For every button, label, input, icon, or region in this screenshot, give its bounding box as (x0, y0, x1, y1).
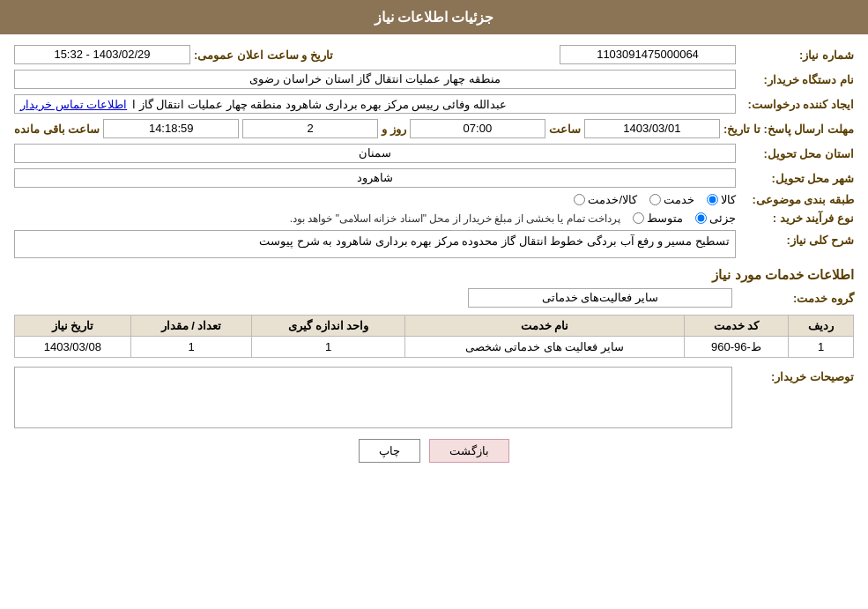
radio-kala-khedmat-item[interactable]: کالا/خدمت (574, 193, 637, 206)
dastgah-value: منطقه چهار عملیات انتقال گاز استان خراسا… (14, 70, 736, 89)
row-shomara: شماره نیاز: 1103091475000064 تاریخ و ساع… (14, 45, 854, 64)
radio-khedmat-input[interactable] (649, 194, 661, 205)
page-title: جزئیات اطلاعات نیاز (375, 10, 494, 25)
cell-tedad: 1 (130, 337, 252, 358)
row-sharh: شرح کلی نیاز: تسطیح مسیر و رفع آب بردگی … (14, 230, 854, 258)
table-head: ردیف کد خدمت نام خدمت واحد اندازه گیری ت… (15, 316, 854, 337)
ejad-value-box: عبدالله وفائی رییس مرکز بهره برداری شاهر… (14, 94, 736, 114)
dastgah-label: نام دستگاه خریدار: (739, 73, 854, 86)
ejad-link[interactable]: اطلاعات تماس خریدار (20, 98, 127, 111)
baqi-label: ساعت باقی مانده (14, 123, 100, 136)
table-body: 1 ط-96-960 سایر فعالیت های خدماتی شخصی 1… (15, 337, 854, 358)
farayand-radio-group: پرداخت تمام یا بخشی از مبلغ خریدار از مح… (290, 212, 736, 225)
baqi-value: 14:18:59 (103, 119, 239, 138)
radio-kala-label: کالا (721, 193, 736, 206)
saat-value: 07:00 (410, 119, 545, 138)
radio-khedmat-item[interactable]: خدمت (649, 193, 694, 206)
sharh-label: شرح کلی نیاز: (739, 234, 854, 247)
cell-name: سایر فعالیت های خدماتی شخصی (405, 337, 685, 358)
content-area: شماره نیاز: 1103091475000064 تاریخ و ساع… (0, 34, 868, 482)
col-tedad: تعداد / مقدار (130, 316, 252, 337)
grooh-label: گروه خدمت: (739, 292, 854, 305)
ostan-label: استان محل تحویل: (739, 147, 854, 160)
row-ejad: ایجاد کننده درخواست: عبدالله وفائی رییس … (14, 94, 854, 114)
shahr-label: شهر محل تحویل: (739, 172, 854, 185)
cell-tarikh: 1403/03/08 (15, 337, 131, 358)
row-ostan: استان محل تحویل: سمنان (14, 144, 854, 163)
shomara-label: شماره نیاز: (739, 48, 854, 62)
saat-label: ساعت (549, 123, 581, 136)
col-radif: ردیف (789, 316, 854, 337)
radio-jozi-item[interactable]: جزئی (695, 212, 736, 225)
rooz-value: 2 (242, 119, 378, 138)
radio-khedmat-label: خدمت (664, 193, 694, 206)
shahr-value: شاهرود (14, 168, 736, 188)
tasnif-label: طبقه بندی موضوعی: (739, 193, 854, 206)
ejad-value: عبدالله وفائی رییس مرکز بهره برداری شاهر… (132, 98, 506, 111)
tasnif-radio-group: کالا/خدمت خدمت کالا (574, 193, 736, 206)
cell-vahed: 1 (252, 337, 405, 358)
rooz-label: روز و (382, 123, 406, 136)
radio-jozi-input[interactable] (695, 212, 707, 224)
elaan-value: 1403/02/29 - 15:32 (14, 45, 190, 64)
radio-kala-input[interactable] (707, 194, 718, 205)
services-table: ردیف کد خدمت نام خدمت واحد اندازه گیری ت… (14, 315, 854, 358)
row-mohlat: مهلت ارسال پاسخ: تا تاریخ: 1403/03/01 سا… (14, 119, 854, 138)
radio-kala-khedmat-input[interactable] (574, 194, 585, 205)
description-textarea[interactable] (14, 367, 732, 428)
radio-jozi-label: جزئی (709, 212, 736, 225)
description-box: توصیحات خریدار: (14, 367, 854, 428)
col-name: نام خدمت (405, 316, 685, 337)
cell-kod: ط-96-960 (684, 337, 788, 358)
cell-radif: 1 (789, 337, 854, 358)
page-header: جزئیات اطلاعات نیاز (0, 0, 868, 34)
mohlat-date: 1403/03/01 (584, 119, 720, 138)
buttons-row: بازگشت چاپ (14, 439, 854, 463)
col-vahed: واحد اندازه گیری (252, 316, 405, 337)
table-row: 1 ط-96-960 سایر فعالیت های خدماتی شخصی 1… (15, 337, 854, 358)
sharh-value: تسطیح مسیر و رفع آب بردگی خطوط انتقال گا… (14, 230, 736, 258)
radio-mottavasset-item[interactable]: متوسط (633, 212, 683, 225)
farayand-label: نوع فرآیند خرید : (739, 212, 854, 225)
shomara-value: 1103091475000064 (560, 45, 736, 64)
radio-kala-item[interactable]: کالا (707, 193, 736, 206)
row-grooh: گروه خدمت: سایر فعالیت‌های خدماتی (14, 288, 854, 308)
row-shahr: شهر محل تحویل: شاهرود (14, 168, 854, 188)
radio-kala-khedmat-label: کالا/خدمت (588, 193, 637, 206)
print-button[interactable]: چاپ (359, 439, 420, 463)
row-tasnif: طبقه بندی موضوعی: کالا/خدمت خدمت کالا (14, 193, 854, 206)
description-label: توصیحات خریدار: (739, 370, 854, 383)
table-header-row: ردیف کد خدمت نام خدمت واحد اندازه گیری ت… (15, 316, 854, 337)
ostan-value: سمنان (14, 144, 736, 163)
elaan-label: تاریخ و ساعت اعلان عمومی: (194, 48, 333, 62)
radio-mottavasset-label: متوسط (647, 212, 683, 225)
back-button[interactable]: بازگشت (429, 439, 509, 463)
ejad-label: ایجاد کننده درخواست: (739, 98, 854, 111)
col-tarikh: تاریخ نیاز (15, 316, 131, 337)
radio-mottavasset-input[interactable] (633, 212, 644, 224)
mohlat-label: مهلت ارسال پاسخ: تا تاریخ: (723, 123, 854, 136)
purchase-note: پرداخت تمام یا بخشی از مبلغ خریدار از مح… (290, 212, 620, 225)
section2-title: اطلاعات خدمات مورد نیاز (14, 267, 854, 283)
row-dastgah: نام دستگاه خریدار: منطقه چهار عملیات انت… (14, 70, 854, 89)
page-wrapper: جزئیات اطلاعات نیاز شماره نیاز: 11030914… (0, 0, 868, 609)
row-farayand: نوع فرآیند خرید : پرداخت تمام یا بخشی از… (14, 212, 854, 225)
grooh-value: سایر فعالیت‌های خدماتی (468, 288, 732, 308)
col-kod: کد خدمت (684, 316, 788, 337)
